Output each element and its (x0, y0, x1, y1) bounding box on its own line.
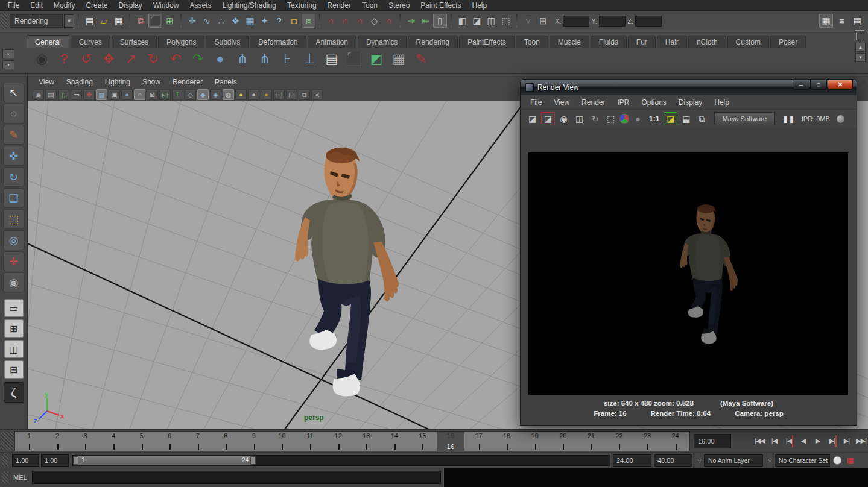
menu-item[interactable]: Edit (25, 0, 48, 11)
render-view-menu-item[interactable]: Display (673, 98, 708, 107)
timeline-frame[interactable]: 19 19 (521, 432, 549, 451)
highlight-selection-icon[interactable]: ⧈ (302, 14, 315, 28)
open-render-view-icon[interactable]: ◧ (455, 14, 469, 28)
timeline-frame[interactable]: 18 18 (493, 432, 521, 451)
select-object-type-icon[interactable]: ⬛ (344, 48, 364, 70)
minimize-button[interactable]: ─ (793, 80, 809, 90)
range-start-handle[interactable] (73, 456, 78, 465)
timeline-ruler[interactable]: 1 1 2 2 3 3 4 (14, 431, 690, 451)
shelf-tab[interactable]: Curves (71, 36, 110, 48)
timeline-frame[interactable]: 16 16 (437, 432, 465, 451)
timeline-frame[interactable]: 12 12 (324, 432, 352, 451)
render-view-menu-item[interactable]: Options (636, 98, 673, 107)
range-slider-grip[interactable] (1, 454, 8, 467)
shelf-tab[interactable]: Subdivs (206, 36, 249, 48)
mel-input[interactable] (32, 471, 441, 484)
textured-mode-icon[interactable]: ◈ (210, 89, 221, 100)
timeline-frame[interactable]: 3 3 (71, 432, 100, 451)
camera-attributes-icon[interactable]: ▤ (45, 89, 57, 100)
four-pane-layout-button[interactable]: ⊞ (4, 319, 24, 338)
outliner-persp-layout-button[interactable]: ◫ (4, 340, 24, 358)
attribute-editor-icon[interactable]: ▦ (819, 14, 833, 28)
magnet-view-plane-icon[interactable]: ◇ (367, 14, 381, 28)
pause-ipr-button[interactable]: ❚❚ (782, 115, 794, 123)
gate-mask-icon[interactable]: ○ (134, 89, 145, 100)
playback-end-field[interactable]: 24.00 (613, 454, 651, 467)
open-scene-icon[interactable]: ▱ (97, 14, 111, 28)
menu-item[interactable]: Paint Effects (415, 0, 466, 11)
viewport-menu-item[interactable]: Panels (209, 76, 243, 88)
paint-effects-brush-icon[interactable]: ✎ (411, 48, 431, 70)
timeline-frame[interactable]: 17 17 (464, 432, 493, 451)
shelf-tab[interactable]: Animation (308, 36, 356, 48)
shelf-tab[interactable]: Polygons (158, 36, 204, 48)
single-pane-layout-button[interactable]: ▭ (4, 299, 24, 317)
flat-light-icon[interactable]: ● (248, 89, 259, 100)
shelf-tab[interactable]: Surfaces (112, 36, 157, 48)
renderer-select-button[interactable]: Maya Software (714, 112, 775, 125)
shaded-mode-icon[interactable]: ◆ (197, 89, 209, 100)
soft-modification-tool[interactable]: ◎ (3, 230, 25, 250)
grid-toggle-icon[interactable]: ▦ (96, 89, 107, 100)
animation-preferences-icon[interactable]: ▦ (845, 455, 855, 465)
textured-light-icon[interactable]: ● (261, 89, 272, 100)
menu-item[interactable]: Toon (356, 0, 383, 11)
quick-help-icon[interactable]: ? (272, 14, 286, 28)
xray-icon[interactable]: ▢ (286, 89, 297, 100)
animation-end-field[interactable]: 48.00 (654, 454, 692, 467)
timeline-frame[interactable]: 11 11 (296, 432, 325, 451)
exposure-button[interactable]: ◪ (664, 112, 677, 125)
snap-to-grid-icon[interactable]: ✛ (185, 14, 199, 28)
viewport-menu-item[interactable]: View (33, 76, 60, 88)
shelf-scroll-down-button[interactable]: ▼ (855, 53, 866, 62)
shelf-scroll-up-button[interactable]: ▲ (855, 43, 866, 52)
playblast-icon[interactable]: ◉ (31, 48, 52, 70)
shelf-tab[interactable]: General (27, 35, 69, 48)
lock-selection-icon[interactable]: ◘ (287, 14, 301, 28)
refresh-ipr-button[interactable]: ↻ (588, 112, 602, 125)
maximize-button[interactable]: □ (810, 80, 827, 90)
menu-set-dropdown-arrow[interactable]: ▼ (64, 14, 74, 28)
command-results-field[interactable] (443, 468, 868, 487)
menu-item[interactable]: File (2, 0, 25, 11)
snap-to-curve-icon[interactable]: ∿ (200, 14, 214, 28)
select-tool[interactable]: ↖ (3, 83, 25, 102)
viewport-menu-item[interactable]: Show (136, 76, 166, 88)
film-gate-icon[interactable]: ▣ (109, 89, 120, 100)
lasso-select-tool[interactable]: ◌ (3, 104, 25, 124)
render-current-frame-icon[interactable]: ◪ (470, 14, 484, 28)
safe-title-icon[interactable]: T (172, 89, 183, 100)
command-line-grip[interactable] (1, 471, 8, 483)
rotate-tool[interactable]: ↻ (3, 167, 25, 187)
timeline-frame[interactable]: 20 20 (549, 432, 577, 451)
shelf-tab[interactable]: Muscle (550, 36, 589, 48)
select-hierarchy-icon[interactable]: ⧉ (134, 14, 148, 28)
safe-action-icon[interactable]: ◰ (159, 89, 171, 100)
timeline-grip[interactable] (1, 432, 14, 451)
particle-goal-icon[interactable]: ✦ (258, 14, 271, 28)
construction-history-icon[interactable]: ▯ (433, 14, 447, 28)
select-surface-type-icon[interactable]: ◩ (366, 48, 387, 70)
menu-item[interactable]: Modify (48, 0, 80, 11)
save-scene-icon[interactable]: ▦ (112, 14, 125, 28)
timeline-frame[interactable]: 5 5 (127, 432, 156, 451)
timeline-frame[interactable]: 13 13 (352, 432, 381, 451)
shelf-tab[interactable]: Rendering (408, 36, 458, 48)
range-slider-track[interactable]: 1 24 (72, 455, 610, 466)
render-settings-icon[interactable]: ⬚ (499, 14, 513, 28)
pan-zoom-2d-icon[interactable]: ✥ (83, 89, 95, 100)
render-view-menu-item[interactable]: View (548, 98, 575, 107)
step-back-key-button[interactable]: |◀ (782, 433, 796, 450)
camera-orbit-tool-icon[interactable]: ↺ (76, 48, 97, 70)
smooth-bind-icon[interactable]: ⋔ (232, 48, 253, 70)
play-backwards-button[interactable]: ◀ (796, 433, 810, 450)
joint-tool-icon[interactable]: ⊥ (299, 48, 320, 70)
magnet-live-icon[interactable]: ∩ (382, 14, 396, 28)
delete-history-icon[interactable]: ● (210, 48, 230, 70)
timeline-frame[interactable]: 8 8 (212, 432, 240, 451)
shelf-trash-icon[interactable] (856, 33, 863, 40)
timeline-frame[interactable]: 22 22 (605, 432, 633, 451)
shelf-tab[interactable]: Hair (657, 36, 687, 48)
playback-range-bar[interactable]: 1 24 (73, 456, 256, 465)
menu-item[interactable]: Assets (184, 0, 217, 11)
